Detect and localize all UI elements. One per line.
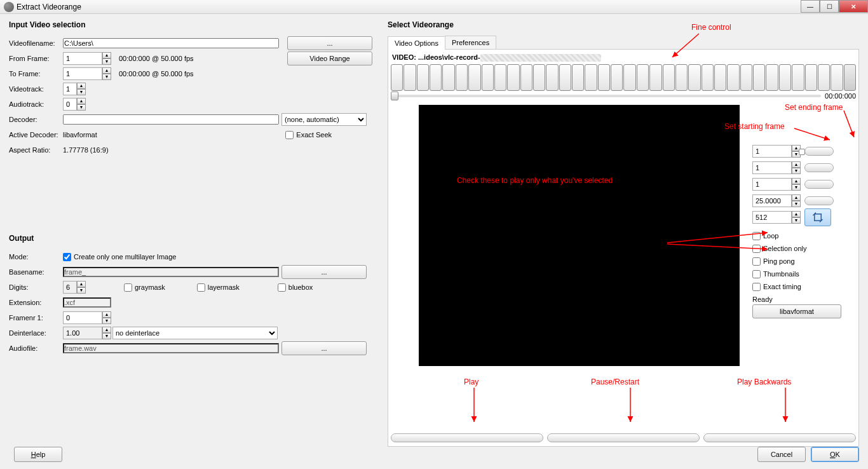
minimize-button[interactable]: — <box>801 0 820 13</box>
digits-label: Digits: <box>9 283 63 291</box>
decoder-select[interactable]: (none, automatic) <box>281 113 367 126</box>
bar-4[interactable] <box>804 196 834 205</box>
mode-checkbox[interactable]: Create only one multilayer Image <box>63 253 176 261</box>
mode-label: Mode: <box>9 253 63 261</box>
start-frame-spinner[interactable]: ▲▼ <box>752 145 801 158</box>
active-decoder-label: Active Decoder: <box>9 131 63 139</box>
from-frame-time: 00:00:000 @ 50.000 fps <box>119 55 194 62</box>
deinterlace-spinner[interactable]: ▲▼ <box>63 327 111 339</box>
to-frame-time: 00:00:000 @ 50.000 fps <box>119 70 194 78</box>
tab-video-options[interactable]: Video Options <box>388 36 445 50</box>
thumbnail-strip[interactable] <box>391 64 856 91</box>
videotrack-spinner[interactable]: ▲▼ <box>63 83 86 95</box>
decoder-label: Decoder: <box>9 116 63 123</box>
basename-label: Basename: <box>9 268 63 276</box>
digits-spinner[interactable]: ▲▼ <box>63 281 86 294</box>
videotrack-label: Videotrack: <box>9 85 63 93</box>
from-frame-spinner[interactable]: ▲▼ <box>63 52 111 65</box>
decoder-input[interactable] <box>63 114 279 125</box>
extension-input[interactable] <box>63 297 111 308</box>
framenr-spinner[interactable]: ▲▼ <box>63 311 111 324</box>
time-end-label: 00:00:000 <box>825 92 856 100</box>
audiofile-browse-button[interactable]: ... <box>281 341 367 355</box>
close-button[interactable]: ✕ <box>839 0 868 13</box>
thumbnails-checkbox[interactable]: Thumbnails <box>752 268 857 280</box>
deinterlace-select[interactable]: no deinterlace <box>112 327 278 339</box>
cancel-button[interactable]: Cancel <box>757 447 806 462</box>
pingpong-checkbox[interactable]: Ping pong <box>752 255 857 268</box>
fps-spinner[interactable]: ▲▼ <box>752 194 801 207</box>
videorange-section-title: Select Videorange <box>388 20 859 29</box>
input-section-title: Input Video selection <box>9 20 372 29</box>
tab-preferences[interactable]: Preferences <box>445 36 496 49</box>
basename-input[interactable] <box>63 267 279 277</box>
audiofile-label: Audiofile: <box>9 344 63 352</box>
svg-rect-0 <box>815 214 822 221</box>
audiotrack-label: Audiotrack: <box>9 100 63 108</box>
app-icon <box>4 2 14 12</box>
extension-label: Extension: <box>9 299 63 306</box>
exact-timing-checkbox[interactable]: Exact timing <box>752 280 857 293</box>
videofilename-input[interactable] <box>63 38 279 48</box>
output-section-title: Output <box>9 234 372 243</box>
size-spinner[interactable]: ▲▼ <box>752 211 801 224</box>
videofilename-label: Videofilename: <box>9 39 63 47</box>
to-frame-label: To Frame: <box>9 70 63 78</box>
aspect-ratio-value: 1.77778 (16:9) <box>63 146 109 154</box>
frame-slider[interactable] <box>391 95 821 97</box>
start-frame-bar[interactable] <box>804 147 834 156</box>
ok-button[interactable]: OK <box>811 447 859 462</box>
titlebar: Extract Videorange — ☐ ✕ <box>0 0 868 14</box>
end-frame-bar[interactable] <box>804 163 834 172</box>
graymask-checkbox[interactable]: graymask <box>124 283 165 292</box>
end-frame-spinner[interactable]: ▲▼ <box>752 161 801 174</box>
spinner-3[interactable]: ▲▼ <box>752 178 801 191</box>
from-frame-label: From Frame: <box>9 55 63 62</box>
annotation-check-these: Check these to play only what you've sel… <box>457 176 613 185</box>
framenr-label: Framenr 1: <box>9 314 63 322</box>
basename-browse-button[interactable]: ... <box>281 265 367 279</box>
video-range-button[interactable]: Video Range <box>287 51 372 65</box>
deinterlace-label: Deinterlace: <box>9 329 63 337</box>
window-title: Extract Videorange <box>17 3 81 11</box>
maximize-button[interactable]: ☐ <box>820 0 839 13</box>
to-frame-spinner[interactable]: ▲▼ <box>63 67 111 80</box>
aspect-ratio-label: Aspect Ratio: <box>9 146 63 154</box>
format-button[interactable]: libavformat <box>752 304 841 318</box>
layermask-checkbox[interactable]: layermask <box>197 283 240 292</box>
video-preview: Check these to play only what you've sel… <box>419 105 740 366</box>
exact-seek-checkbox[interactable]: Exact Seek <box>285 131 332 139</box>
selection-only-checkbox[interactable]: Selection only <box>752 242 857 255</box>
browse-button[interactable]: ... <box>287 36 372 50</box>
audiofile-input[interactable] <box>63 343 279 353</box>
audiotrack-spinner[interactable]: ▲▼ <box>63 98 86 111</box>
video-path-label: VIDEO: ...ideos\vlc-record- <box>390 51 857 63</box>
bluebox-checkbox[interactable]: bluebox <box>278 283 313 292</box>
loop-checkbox[interactable]: Loop <box>752 229 857 242</box>
help-button[interactable]: Help <box>14 447 62 462</box>
bar-3[interactable] <box>804 180 834 189</box>
active-decoder-value: libavformat <box>63 131 97 139</box>
status-label: Ready <box>752 296 857 303</box>
crop-icon-button[interactable] <box>804 208 831 226</box>
